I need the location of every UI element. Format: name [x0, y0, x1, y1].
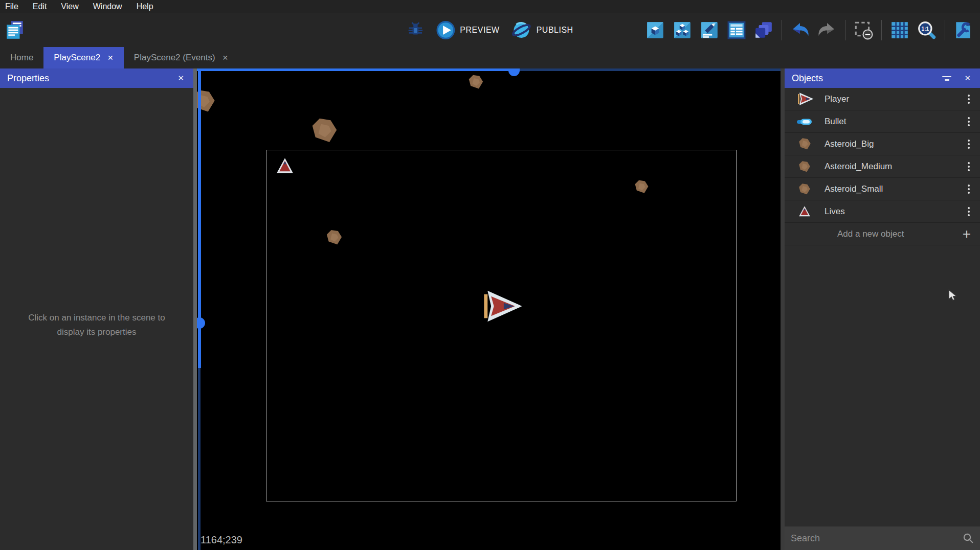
zoom-badge-text: 1:1 — [922, 26, 929, 32]
zoom-one-to-one-button[interactable]: 1:1 — [915, 17, 939, 43]
tab-bar: Home PlayScene2 ✕ PlayScene2 (Events) ✕ — [0, 47, 980, 68]
toolbar-separator — [845, 20, 845, 40]
object-row-bullet[interactable]: Bullet — [785, 110, 980, 133]
selection-edge-left-far[interactable] — [198, 368, 201, 550]
object-name: Player — [825, 94, 957, 104]
kebab-menu-icon — [968, 98, 970, 100]
cursor-coordinates: 1164;239 — [201, 534, 242, 546]
objects-panel-icon — [645, 20, 665, 40]
menu-view[interactable]: View — [61, 2, 78, 11]
preview-label: PREVIEW — [460, 26, 499, 35]
menu-help[interactable]: Help — [137, 2, 153, 11]
selection-edge-top-far[interactable] — [520, 68, 785, 71]
scene-properties-button[interactable] — [951, 17, 975, 43]
kebab-menu-icon — [968, 166, 970, 168]
tab-playscene2-label: PlayScene2 — [54, 53, 100, 63]
objects-panel: Objects ✕ Player Bullet Asteroid_Big — [785, 68, 980, 550]
toggle-object-groups-button[interactable] — [671, 17, 694, 43]
undo-button[interactable] — [788, 17, 812, 43]
object-menu-button[interactable] — [957, 155, 980, 178]
objects-panel-header: Objects ✕ — [785, 68, 980, 88]
object-menu-button[interactable] — [957, 133, 980, 155]
lives-instance[interactable] — [275, 156, 295, 176]
objects-close-icon[interactable]: ✕ — [962, 73, 973, 84]
project-manager-button[interactable] — [3, 17, 27, 43]
tab-playscene2-events[interactable]: PlayScene2 (Events) ✕ — [124, 47, 238, 68]
object-row-asteroid-medium[interactable]: Asteroid_Medium — [785, 155, 980, 178]
bug-icon — [406, 21, 425, 39]
objects-panel-empty-area — [785, 245, 980, 526]
player-instance[interactable] — [478, 289, 523, 324]
menu-edit[interactable]: Edit — [33, 2, 47, 11]
add-object-button[interactable]: Add a new object + — [785, 223, 980, 245]
menu-window[interactable]: Window — [93, 2, 122, 11]
asteroid-instance[interactable] — [325, 228, 343, 246]
toggle-objects-panel-button[interactable] — [643, 17, 667, 43]
toolbar-separator — [881, 20, 882, 40]
wrench-icon — [953, 20, 973, 40]
search-icon — [963, 533, 974, 544]
properties-panel-header: Properties ✕ — [0, 68, 193, 88]
properties-close-icon[interactable]: ✕ — [175, 73, 186, 84]
asteroid-icon — [785, 182, 825, 196]
publish-label: PUBLISH — [537, 26, 573, 35]
toggle-layers-button[interactable] — [752, 17, 775, 43]
asteroid-icon — [785, 137, 825, 151]
toggle-properties-panel-button[interactable] — [698, 17, 721, 43]
tab-close-icon[interactable]: ✕ — [107, 54, 114, 62]
object-row-lives[interactable]: Lives — [785, 200, 980, 223]
kebab-menu-icon — [968, 188, 970, 190]
toggle-instances-list-button[interactable] — [725, 17, 748, 43]
object-menu-button[interactable] — [957, 88, 980, 110]
add-object-label: Add a new object — [785, 229, 953, 239]
tab-close-icon[interactable]: ✕ — [222, 54, 229, 62]
tab-playscene2[interactable]: PlayScene2 ✕ — [43, 47, 123, 68]
object-name: Lives — [825, 207, 957, 217]
toolbar-separator — [945, 20, 945, 40]
preview-play-icon — [435, 20, 456, 40]
redo-icon — [817, 20, 837, 40]
lives-ship-icon — [785, 205, 825, 218]
preview-button[interactable]: PREVIEW — [432, 18, 502, 42]
deselect-all-button[interactable] — [852, 17, 875, 43]
object-row-player[interactable]: Player — [785, 88, 980, 110]
object-row-asteroid-big[interactable]: Asteroid_Big — [785, 133, 980, 155]
objects-panel-title: Objects — [792, 73, 942, 84]
object-row-asteroid-small[interactable]: Asteroid_Small — [785, 178, 980, 200]
object-menu-button[interactable] — [957, 200, 980, 223]
object-menu-button[interactable] — [957, 178, 980, 200]
menu-file[interactable]: File — [5, 2, 18, 11]
tab-home[interactable]: Home — [0, 47, 43, 68]
selection-handle-top[interactable] — [508, 70, 520, 76]
canvas-scrollbar[interactable] — [781, 68, 785, 550]
instances-list-icon — [727, 20, 746, 40]
deselect-icon — [854, 20, 873, 40]
object-name: Asteroid_Medium — [825, 162, 957, 172]
properties-panel-title: Properties — [7, 73, 175, 84]
game-window-frame — [266, 150, 737, 501]
kebab-menu-icon — [968, 211, 970, 213]
selection-edge-top[interactable] — [197, 68, 520, 71]
object-name: Asteroid_Big — [825, 139, 957, 149]
filter-icon[interactable] — [942, 76, 952, 81]
scene-editor-canvas[interactable]: 1164;239 — [193, 68, 785, 550]
debugger-button[interactable] — [404, 17, 427, 43]
toolbar-separator — [782, 20, 782, 40]
panel-resize-handle[interactable] — [193, 68, 197, 550]
objects-search-input[interactable] — [791, 533, 963, 544]
object-menu-button[interactable] — [957, 110, 980, 133]
redo-button[interactable] — [815, 17, 839, 43]
toggle-grid-button[interactable] — [888, 17, 911, 43]
object-name: Bullet — [825, 117, 957, 127]
asteroid-instance[interactable] — [310, 116, 339, 145]
objects-search-bar — [785, 526, 980, 550]
kebab-menu-icon — [968, 121, 970, 123]
properties-panel: Properties ✕ Click on an instance in the… — [0, 68, 193, 550]
tab-home-label: Home — [10, 53, 33, 63]
layers-icon — [754, 20, 773, 40]
object-groups-icon — [673, 20, 692, 40]
publish-button[interactable]: PUBLISH — [508, 17, 576, 43]
asteroid-instance[interactable] — [467, 74, 484, 90]
asteroid-instance[interactable] — [634, 179, 650, 195]
main-toolbar: PREVIEW PUBLISH — [0, 13, 980, 47]
